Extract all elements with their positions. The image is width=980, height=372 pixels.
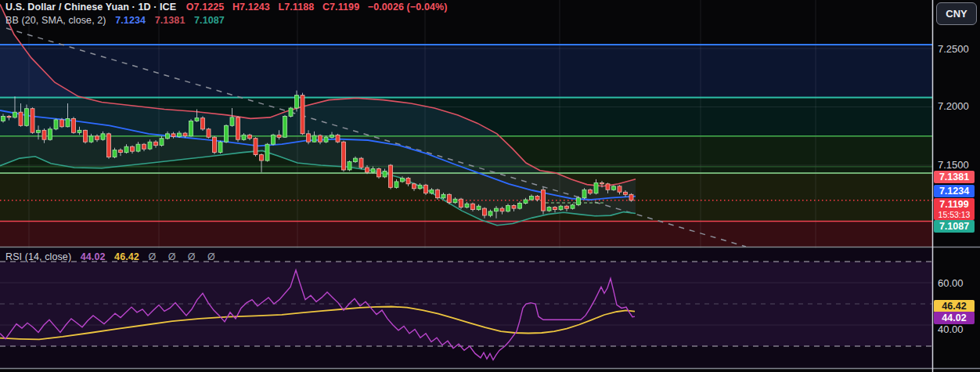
candle xyxy=(366,168,369,172)
candle xyxy=(107,134,111,157)
candle xyxy=(242,135,246,139)
candle xyxy=(624,192,628,194)
price-chart-canvas[interactable] xyxy=(0,0,980,372)
price-tick-label: 7.2000 xyxy=(938,100,969,112)
candle xyxy=(195,118,199,121)
candle xyxy=(324,137,328,142)
candle xyxy=(301,96,304,134)
bb-basis-value: 7.1234 xyxy=(115,15,146,26)
symbol-legend[interactable]: U.S. Dollar / Chinese Yuan · 1D · ICE O7… xyxy=(5,2,447,13)
candle xyxy=(54,120,58,129)
ohlc-open: O7.1225 xyxy=(186,2,225,13)
badge-value: 7.1381 xyxy=(939,172,969,182)
candle xyxy=(319,135,322,142)
candle xyxy=(42,130,46,139)
bb-indicator-legend[interactable]: BB (20, SMA, close, 2) 7.1234 7.1381 7.1… xyxy=(5,15,231,26)
currency-button[interactable]: CNY xyxy=(936,2,977,25)
candle xyxy=(89,136,93,142)
candle xyxy=(577,198,581,205)
candle xyxy=(589,190,593,193)
candle xyxy=(471,204,475,209)
candle xyxy=(401,178,405,182)
rsi-pane xyxy=(0,248,932,368)
candle xyxy=(418,185,422,189)
candle xyxy=(571,205,575,209)
candle xyxy=(606,184,610,190)
candle xyxy=(618,186,622,192)
candle xyxy=(535,197,539,200)
candle xyxy=(207,129,211,137)
ohlc-low: L7.1188 xyxy=(278,2,314,13)
candle xyxy=(477,206,481,210)
rsi-value-badge: 44.02 xyxy=(934,312,975,324)
candle xyxy=(448,194,452,202)
candle xyxy=(348,162,351,170)
candle xyxy=(289,108,293,116)
candle xyxy=(383,172,387,177)
rsi-legend-label[interactable]: RSI (14, close) xyxy=(5,251,71,262)
candle xyxy=(389,165,393,187)
candle xyxy=(13,112,17,117)
candle xyxy=(31,109,34,133)
candle xyxy=(342,142,346,170)
candle xyxy=(488,211,492,215)
candle xyxy=(453,199,457,203)
bar-countdown: 15:53:13 xyxy=(934,210,975,219)
ohlc-close: C7.1199 xyxy=(322,2,359,13)
candle xyxy=(330,135,334,137)
badge-value: 7.1087 xyxy=(939,221,969,232)
candle xyxy=(154,142,158,146)
price-axis[interactable]: CNY 7.2500 7.2000 7.1500 7.1381 7.1234 7… xyxy=(933,0,980,372)
candle xyxy=(2,116,5,121)
candle xyxy=(512,205,516,208)
rsi-tick-label: 60.00 xyxy=(938,277,964,289)
candle xyxy=(113,150,117,157)
symbol-title[interactable]: U.S. Dollar / Chinese Yuan · 1D · ICE xyxy=(5,2,176,13)
candle xyxy=(307,134,311,142)
candle xyxy=(142,144,146,149)
candle xyxy=(248,135,252,139)
candle xyxy=(283,116,287,137)
ohlc-high: H7.1243 xyxy=(232,2,270,13)
candle xyxy=(524,200,528,204)
candle xyxy=(101,134,105,139)
badge-value: 44.02 xyxy=(942,312,966,323)
candle xyxy=(230,117,234,125)
price-change: −0.0026 (−0.04%) xyxy=(368,2,448,13)
candle xyxy=(277,135,281,137)
candle xyxy=(406,178,410,183)
price-tick-label: 7.1500 xyxy=(938,159,969,171)
candle xyxy=(19,112,23,125)
candle xyxy=(295,96,299,108)
candle xyxy=(395,182,398,187)
candle xyxy=(160,139,164,146)
candle xyxy=(265,144,269,161)
candle xyxy=(77,130,81,132)
badge-value: 46.42 xyxy=(942,301,966,312)
last-price-badge: 7.1199 15:53:13 xyxy=(934,198,975,220)
candle xyxy=(436,190,440,197)
bb-lower-price-badge: 7.1087 xyxy=(934,220,975,233)
candle xyxy=(629,194,633,200)
candle xyxy=(72,118,76,132)
candle xyxy=(336,135,340,142)
candle xyxy=(559,206,563,210)
candle xyxy=(377,169,381,177)
candle xyxy=(359,158,363,168)
candle xyxy=(495,208,499,211)
candle xyxy=(66,118,70,126)
candle xyxy=(7,116,11,117)
candle xyxy=(95,136,99,140)
candle xyxy=(236,117,240,139)
candle xyxy=(483,208,487,215)
candle xyxy=(49,129,52,139)
rsi-ma-badge: 46.42 xyxy=(934,300,975,312)
candle xyxy=(84,130,88,142)
price-tick-label: 7.2500 xyxy=(938,43,969,55)
rsi-indicator-legend[interactable]: RSI (14, close) 44.02 46.42 Ø Ø Ø Ø xyxy=(5,251,220,262)
candle xyxy=(119,150,123,153)
candle xyxy=(178,133,182,137)
bb-legend-label[interactable]: BB (20, SMA, close, 2) xyxy=(5,15,106,26)
candle xyxy=(542,190,546,211)
badge-value: 7.1199 xyxy=(939,199,969,210)
